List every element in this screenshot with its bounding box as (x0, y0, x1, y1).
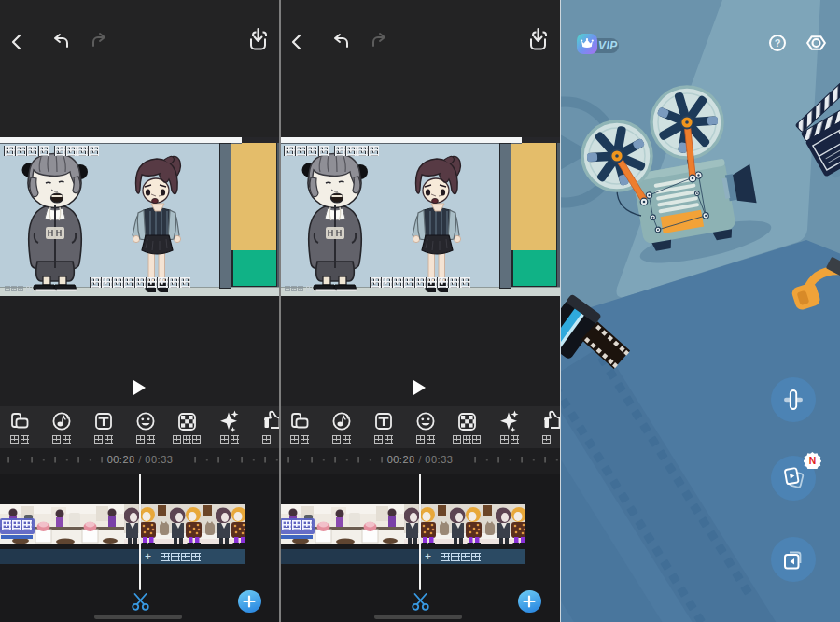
svg-text:N: N (809, 456, 816, 466)
